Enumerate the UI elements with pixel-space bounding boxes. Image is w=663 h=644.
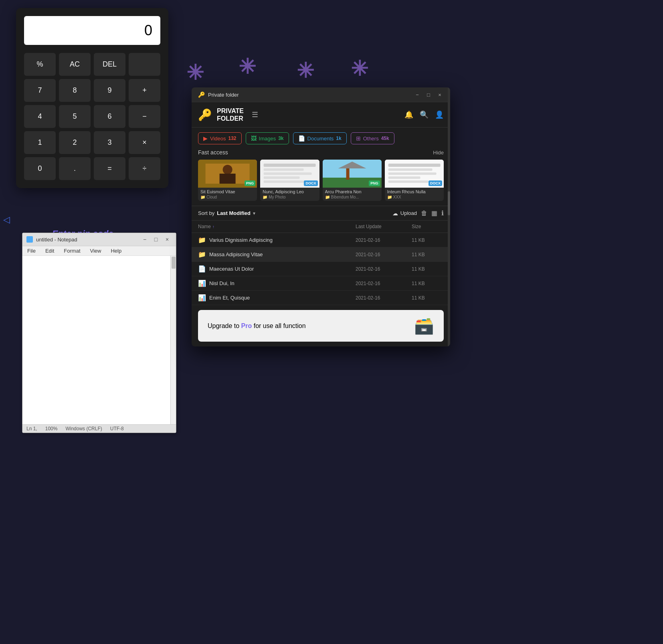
notepad-menubar: File Edit Format View Help [22, 246, 176, 256]
notepad-menu-file[interactable]: File [26, 247, 37, 255]
pf-info-icon[interactable]: ℹ [441, 209, 444, 217]
pf-thumb-2-info: Nunc, Adipiscing Leo 📁 My Photo [260, 188, 319, 201]
pf-sort-left: Sort by Last Modified ▾ [198, 210, 255, 216]
svg-point-2 [223, 165, 232, 174]
pf-upgrade-banner[interactable]: Upgrade to Pro for use all function 🗃️ [198, 310, 444, 342]
calc-btn-minus[interactable]: − [129, 105, 160, 128]
pf-thumbnails-grid: PNG Sit Euismod Vitae 📁 Cloud [198, 160, 444, 201]
pf-thumb-4-folder: 📁 XXX [387, 195, 441, 199]
notepad-maximize-button[interactable]: □ [151, 235, 161, 243]
calc-btn-equals[interactable]: = [94, 157, 125, 180]
pf-file-row-4[interactable]: 📊 Nisl Dui, In 2021-02-16 11 KB [192, 276, 450, 291]
pf-scrollbar-thumb[interactable] [448, 191, 450, 215]
notepad-window-controls: − □ × [140, 235, 172, 243]
notepad-scrollbar-thumb[interactable] [172, 257, 176, 269]
notepad-menu-help[interactable]: Help [109, 247, 123, 255]
others-count: 45k [381, 136, 389, 141]
pf-col-name[interactable]: Name ↑ [198, 224, 356, 229]
pf-folder-name: PRIVATE FOLDER [217, 107, 244, 122]
pf-thumb-img-1: PNG [198, 160, 257, 188]
pf-file-row-5[interactable]: 📊 Enim Et, Quisque 2021-02-16 11 KB [192, 291, 450, 305]
pf-thumb-2[interactable]: DOCX Nunc, Adipiscing Leo 📁 My Photo [260, 160, 319, 201]
pf-grid-icon[interactable]: ▦ [431, 209, 437, 217]
others-label: Others [363, 136, 379, 142]
notepad-scrollbar[interactable] [170, 256, 176, 424]
pf-title-left: 🔑 Private folder [198, 91, 239, 98]
calc-btn-5[interactable]: 5 [59, 105, 91, 128]
pf-close-button[interactable]: × [436, 91, 444, 99]
pf-file-size-1: 11 KB [412, 237, 444, 243]
pf-maximize-button[interactable]: □ [424, 91, 433, 99]
calc-btn-3[interactable]: 3 [94, 131, 125, 154]
pf-trash-icon[interactable]: 🗑 [421, 210, 427, 217]
pf-header: 🔑 PRIVATE FOLDER ☰ 🔔 🔍 👤 [192, 102, 450, 128]
calc-btn-7[interactable]: 7 [24, 79, 56, 102]
pf-key-icon: 🔑 [198, 91, 205, 98]
calc-btn-9[interactable]: 9 [94, 79, 125, 102]
notepad-window: untitled - Notepad − □ × File Edit Forma… [22, 233, 176, 433]
pf-upload-label: Upload [400, 210, 417, 216]
pf-logo-icon: 🔑 [198, 108, 212, 122]
notepad-menu-view[interactable]: View [89, 247, 103, 255]
calc-btn-percent[interactable]: % [24, 53, 56, 76]
pf-file-row-3[interactable]: 📄 Maecenas Ut Dolor 2021-02-16 11 KB [192, 262, 450, 276]
pf-scrollbar[interactable] [448, 87, 450, 346]
pf-search-icon[interactable]: 🔍 [420, 110, 429, 119]
calc-btn-8[interactable]: 8 [59, 79, 91, 102]
notepad-menu-edit[interactable]: Edit [44, 247, 56, 255]
pf-tab-images[interactable]: 🖼 Images 3k [246, 132, 289, 144]
pf-hamburger-menu[interactable]: ☰ [252, 110, 258, 119]
pf-thumb-3-folder-name: Bibendum Mo... [331, 195, 359, 199]
calc-display: 0 [24, 16, 160, 45]
pf-upload-button[interactable]: ☁ Upload [392, 210, 417, 217]
pf-thumb-4[interactable]: DOCX Inteum Rhcus Nulla 📁 XXX [385, 160, 444, 201]
notepad-minimize-button[interactable]: − [140, 235, 150, 243]
pf-tab-videos[interactable]: ▶ Videos 132 [198, 132, 242, 144]
pf-thumb-3-folder-icon: 📁 [325, 195, 330, 199]
calc-buttons: % AC DEL 7 8 9 + 4 5 6 − 1 2 3 × 0 . = ÷ [24, 53, 160, 180]
calc-btn-dot[interactable]: . [59, 157, 91, 180]
pf-thumb-3[interactable]: PNG Arcu Pharetra Non 📁 Bibendum Mo... [323, 160, 382, 201]
notepad-status-encoding: UTF-8 [110, 426, 124, 431]
pf-thumb-1-folder: 📁 Cloud [200, 195, 255, 199]
pf-thumb-2-folder-name: My Photo [269, 195, 285, 199]
notepad-content-area[interactable] [22, 256, 176, 424]
pf-notification-icon[interactable]: 🔔 [404, 110, 413, 119]
calc-btn-del[interactable]: DEL [94, 53, 125, 76]
pf-minimize-button[interactable]: − [413, 91, 421, 99]
svg-rect-18 [388, 176, 420, 179]
pf-thumb-1[interactable]: PNG Sit Euismod Vitae 📁 Cloud [198, 160, 257, 201]
pf-thumb-4-folder-name: XXX [393, 195, 401, 199]
pf-tab-others[interactable]: ⊞ Others 45k [351, 132, 394, 144]
calc-btn-1[interactable]: 1 [24, 131, 56, 154]
asterisk-decoration-4: ✳ [351, 58, 368, 79]
calc-btn-2[interactable]: 2 [59, 131, 91, 154]
arrow-pointer-icon: ◁ [3, 215, 10, 225]
pf-upgrade-suffix: for use all function [252, 322, 305, 329]
pf-file-row-2[interactable]: 📁 Massa Adipiscing Vitae 2021-02-16 11 K… [192, 247, 450, 262]
calc-btn-ac[interactable]: AC [59, 53, 91, 76]
calc-btn-divide[interactable]: ÷ [129, 157, 160, 180]
pf-list-header: Name ↑ Last Update Size [192, 221, 450, 233]
pf-thumb-2-folder: 📁 My Photo [263, 195, 317, 199]
pf-sort-value[interactable]: Last Modified [217, 210, 251, 216]
svg-rect-5 [264, 164, 316, 167]
calc-btn-6[interactable]: 6 [94, 105, 125, 128]
calc-btn-multiply[interactable]: × [129, 131, 160, 154]
pf-file-row-1[interactable]: 📁 Varius Dignissim Adipiscing 2021-02-16… [192, 233, 450, 247]
calc-btn-0[interactable]: 0 [24, 157, 56, 180]
pf-file-name-4: Nisl Dui, In [209, 280, 234, 286]
svg-rect-12 [346, 168, 349, 180]
pf-sort-chevron[interactable]: ▾ [253, 211, 255, 216]
svg-rect-8 [264, 176, 300, 179]
notepad-menu-format[interactable]: Format [62, 247, 82, 255]
svg-rect-6 [264, 168, 304, 171]
pf-user-icon[interactable]: 👤 [435, 110, 444, 119]
pf-tab-documents[interactable]: 📄 Documents 1k [293, 132, 347, 144]
pf-hide-button[interactable]: Hide [433, 150, 444, 156]
calc-btn-plus[interactable]: + [129, 79, 160, 102]
notepad-title-area: untitled - Notepad [26, 236, 77, 243]
notepad-close-button[interactable]: × [162, 235, 172, 243]
pf-thumb-img-2: DOCX [260, 160, 319, 188]
calc-btn-4[interactable]: 4 [24, 105, 56, 128]
